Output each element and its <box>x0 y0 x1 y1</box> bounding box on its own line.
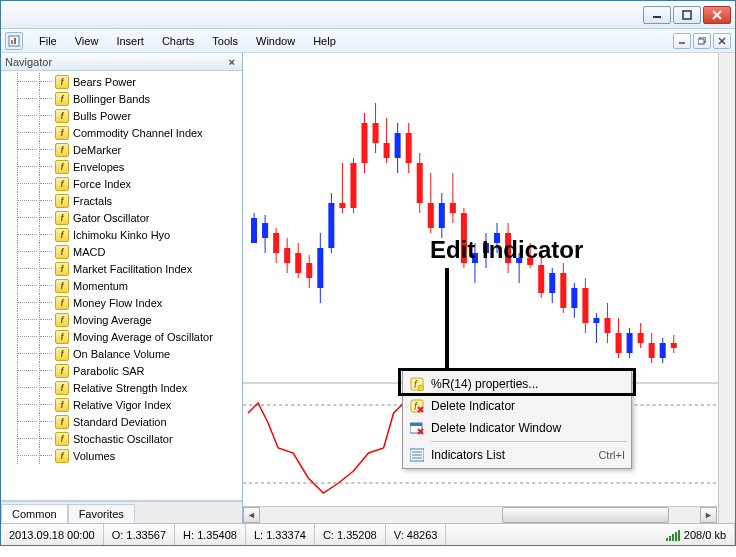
scroll-thumb[interactable] <box>502 507 669 523</box>
chart-scrollbar[interactable]: ◄ ► <box>243 506 717 523</box>
indicator-item[interactable]: fMoving Average <box>1 311 242 328</box>
ctx-indicators-list[interactable]: Indicators List Ctrl+I <box>405 444 629 466</box>
indicator-item[interactable]: fBulls Power <box>1 107 242 124</box>
status-low: L: 1.33374 <box>246 524 315 545</box>
svg-rect-73 <box>582 288 588 323</box>
indicator-item[interactable]: fDeMarker <box>1 141 242 158</box>
svg-rect-81 <box>627 333 633 353</box>
svg-rect-69 <box>560 273 566 308</box>
svg-rect-15 <box>262 223 268 238</box>
indicator-item[interactable]: fParabolic SAR <box>1 362 242 379</box>
indicator-item[interactable]: fMomentum <box>1 277 242 294</box>
indicator-label: DeMarker <box>73 144 121 156</box>
indicator-label: On Balance Volume <box>73 348 170 360</box>
fx-icon: f <box>55 432 69 446</box>
annotation-label: Edit Indicator <box>430 236 583 264</box>
fx-icon: f <box>55 279 69 293</box>
close-button[interactable] <box>703 6 731 24</box>
svg-rect-35 <box>373 123 379 143</box>
navigator-panel: Navigator × fBears PowerfBollinger Bands… <box>1 53 243 523</box>
mdi-close-button[interactable] <box>713 33 731 49</box>
indicator-item[interactable]: fBollinger Bands <box>1 90 242 107</box>
scroll-track[interactable] <box>260 507 700 523</box>
svg-rect-45 <box>428 203 434 228</box>
navigator-title: Navigator × <box>1 53 242 71</box>
svg-rect-47 <box>439 203 445 228</box>
minimize-button[interactable] <box>643 6 671 24</box>
indicator-item[interactable]: fStochastic Oscillator <box>1 430 242 447</box>
menu-view[interactable]: View <box>67 33 107 49</box>
fx-icon: f <box>55 126 69 140</box>
properties-icon: f <box>409 376 425 392</box>
indicator-label: Momentum <box>73 280 128 292</box>
navigator-close-button[interactable]: × <box>226 56 238 68</box>
svg-rect-77 <box>604 318 610 333</box>
fx-icon: f <box>55 296 69 310</box>
svg-point-95 <box>418 385 424 391</box>
menu-insert[interactable]: Insert <box>108 33 152 49</box>
svg-rect-65 <box>538 265 544 293</box>
menu-help[interactable]: Help <box>305 33 344 49</box>
indicator-item[interactable]: fForce Index <box>1 175 242 192</box>
indicator-item[interactable]: fRelative Strength Index <box>1 379 242 396</box>
indicator-item[interactable]: fGator Oscillator <box>1 209 242 226</box>
indicator-item[interactable]: fRelative Vigor Index <box>1 396 242 413</box>
ctx-delete-indicator[interactable]: f Delete Indicator <box>405 395 629 417</box>
svg-rect-6 <box>14 38 16 44</box>
status-close: C: 1.35208 <box>315 524 386 545</box>
indicator-item[interactable]: fVolumes <box>1 447 242 464</box>
fx-icon: f <box>55 449 69 463</box>
indicators-list-icon <box>409 447 425 463</box>
indicator-label: MACD <box>73 246 105 258</box>
mdi-minimize-button[interactable] <box>673 33 691 49</box>
ctx-separator <box>431 441 627 442</box>
indicator-item[interactable]: fFractals <box>1 192 242 209</box>
svg-rect-49 <box>450 203 456 213</box>
indicator-label: Ichimoku Kinko Hyo <box>73 229 170 241</box>
scroll-right-button[interactable]: ► <box>700 507 717 523</box>
indicator-item[interactable]: fStandard Deviation <box>1 413 242 430</box>
indicator-item[interactable]: fEnvelopes <box>1 158 242 175</box>
menu-tools[interactable]: Tools <box>204 33 246 49</box>
menu-charts[interactable]: Charts <box>154 33 202 49</box>
indicator-label: Moving Average of Oscillator <box>73 331 213 343</box>
indicator-item[interactable]: fBears Power <box>1 73 242 90</box>
svg-rect-9 <box>698 39 704 44</box>
svg-rect-75 <box>593 318 599 323</box>
indicator-item[interactable]: fMarket Facilitation Index <box>1 260 242 277</box>
svg-rect-87 <box>660 343 666 358</box>
svg-rect-19 <box>284 248 290 263</box>
indicator-label: Relative Vigor Index <box>73 399 171 411</box>
fx-icon: f <box>55 398 69 412</box>
mdi-restore-button[interactable] <box>693 33 711 49</box>
ctx-properties[interactable]: f %R(14) properties... <box>405 373 629 395</box>
menu-window[interactable]: Window <box>248 33 303 49</box>
navigator-tree[interactable]: fBears PowerfBollinger BandsfBulls Power… <box>1 71 242 501</box>
fx-icon: f <box>55 92 69 106</box>
menu-file[interactable]: File <box>31 33 65 49</box>
indicator-item[interactable]: fMoving Average of Oscillator <box>1 328 242 345</box>
svg-rect-13 <box>251 218 257 243</box>
tab-common[interactable]: Common <box>1 504 68 523</box>
svg-rect-27 <box>328 203 334 248</box>
mdi-controls <box>673 33 731 49</box>
indicator-item[interactable]: fMACD <box>1 243 242 260</box>
maximize-button[interactable] <box>673 6 701 24</box>
indicator-label: Envelopes <box>73 161 124 173</box>
status-open: O: 1.33567 <box>104 524 175 545</box>
fx-icon: f <box>55 177 69 191</box>
status-high: H: 1.35408 <box>175 524 246 545</box>
indicator-label: Moving Average <box>73 314 152 326</box>
indicator-label: Market Facilitation Index <box>73 263 192 275</box>
svg-rect-67 <box>549 273 555 293</box>
indicator-item[interactable]: fMoney Flow Index <box>1 294 242 311</box>
scroll-left-button[interactable]: ◄ <box>243 507 260 523</box>
indicator-item[interactable]: fCommodity Channel Index <box>1 124 242 141</box>
tab-favorites[interactable]: Favorites <box>68 504 135 523</box>
ctx-delete-window[interactable]: Delete Indicator Window <box>405 417 629 439</box>
fx-icon: f <box>55 364 69 378</box>
svg-rect-41 <box>406 133 412 163</box>
svg-rect-33 <box>361 123 367 163</box>
indicator-item[interactable]: fOn Balance Volume <box>1 345 242 362</box>
indicator-item[interactable]: fIchimoku Kinko Hyo <box>1 226 242 243</box>
